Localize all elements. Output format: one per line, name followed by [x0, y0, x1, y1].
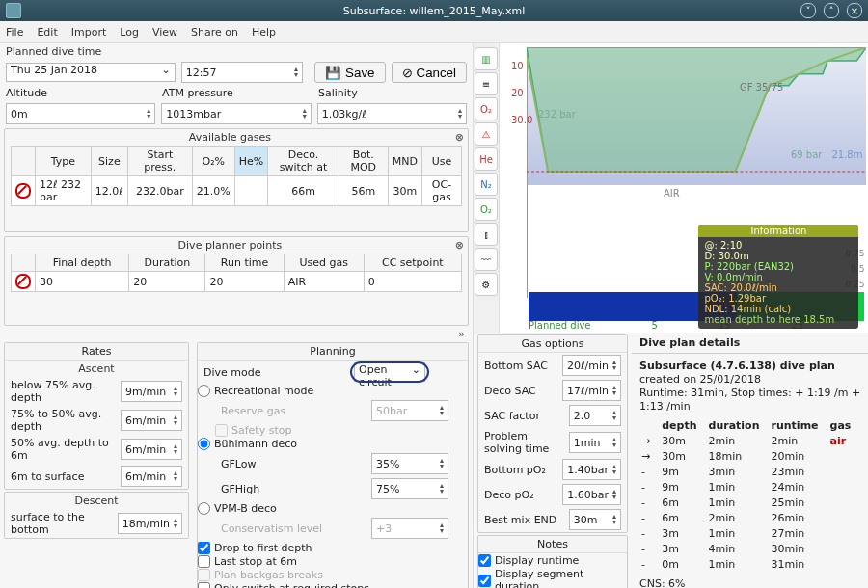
gf-label: GF 35/75 — [740, 82, 784, 93]
table-row[interactable]: 302020AIR0 — [12, 272, 462, 292]
deco-sac-input[interactable]: 17ℓ/min▴▾ — [562, 380, 621, 401]
delete-row-icon[interactable] — [15, 183, 31, 199]
rate-input[interactable]: 6m/min▴▾ — [121, 410, 182, 431]
date-picker[interactable]: Thu 25 Jan 2018⌄ — [6, 63, 176, 82]
close-icon[interactable]: ⊗ — [455, 131, 464, 144]
toggle-icon[interactable]: ▥ — [475, 47, 498, 70]
dive-plan-details: Subsurface (4.7.6.138) dive plan created… — [632, 353, 868, 588]
o2-icon[interactable]: O₂ — [475, 198, 498, 221]
reserve-gas-input: 50bar▴▾ — [371, 400, 448, 421]
problem-time-input[interactable]: 1min▴▾ — [569, 432, 621, 453]
dive-mode-label: Dive mode — [203, 366, 348, 379]
table-row: →30m18min20min — [641, 450, 860, 464]
display-segment-check[interactable]: Display segment duration — [478, 568, 627, 588]
last-stop-6m-check[interactable]: Last stop at 6m — [198, 555, 468, 568]
gear-icon[interactable]: ⚙ — [475, 273, 498, 296]
bottom-po2-input[interactable]: 1.40bar▴▾ — [562, 459, 621, 480]
ascent-subheader: Ascent — [5, 361, 188, 377]
atm-input[interactable]: 1013mbar▴▾ — [161, 103, 311, 124]
graph-icon[interactable]: 〰 — [475, 248, 498, 271]
available-gases-title: Available gases — [189, 131, 271, 144]
menu-file[interactable]: File — [6, 26, 23, 39]
table-row: -9m3min23min — [641, 466, 860, 479]
recreational-radio[interactable]: Recreational mode — [198, 385, 468, 397]
table-row: -3m1min27min — [641, 527, 860, 541]
dpp-table[interactable]: Final depthDurationRun timeUsed gasCC se… — [11, 254, 462, 292]
profile-toolbar: ▥ ≡ O₂ ⚠ He N₂ O₂ ⫿ 〰 ⚙ — [474, 43, 500, 333]
backgas-breaks-check: Plan backgas breaks — [198, 569, 468, 581]
info-tooltip: Information @: 2:10 D: 30.0m P: 220bar (… — [698, 225, 858, 329]
rates-header: Rates — [5, 343, 188, 361]
menu-edit[interactable]: Edit — [37, 26, 57, 39]
bottom-sac-input[interactable]: 20ℓ/min▴▾ — [562, 355, 621, 376]
rate-input[interactable]: 6m/min▴▾ — [121, 439, 182, 460]
menu-bar: File Edit Import Log View Share on Help — [0, 21, 868, 43]
dive-mode-select[interactable]: Open circuit⌄ — [354, 362, 425, 382]
best-mix-input[interactable]: 30m▴▾ — [569, 509, 621, 530]
rate-input[interactable]: 6m/min▴▾ — [121, 466, 182, 487]
depth-axis: 102030.0 — [511, 53, 532, 134]
gflow-input[interactable]: 35%▴▾ — [371, 453, 448, 474]
dive-profile-chart[interactable]: GF 35/75 232 bar AIR 69 bar 21.8m 102030… — [500, 43, 868, 333]
pressure-end-label: 69 bar — [791, 149, 823, 160]
menu-log[interactable]: Log — [120, 26, 139, 39]
table-row: -6m1min25min — [641, 496, 860, 510]
menu-import[interactable]: Import — [71, 26, 107, 39]
window-titlebar: Subsurface: willem_2015_May.xml ˅ ˄ × — [0, 0, 868, 21]
window-maximize-icon[interactable]: ˄ — [824, 3, 839, 18]
depth-end-label: 21.8m — [831, 149, 862, 160]
dive-planner-points-panel: Dive planner points⊗ Final depthDuration… — [4, 236, 469, 326]
table-row: -3m4min30min — [641, 543, 860, 556]
rate-label: below 75% avg. depth — [11, 379, 115, 404]
chevron-down-icon: ⌄ — [412, 363, 420, 381]
chevron-down-icon: ⌄ — [162, 64, 171, 81]
dpp-title: Dive planner points — [178, 239, 283, 252]
deco-po2-input[interactable]: 1.60bar▴▾ — [562, 484, 621, 505]
pressure-start-label: 232 bar — [538, 109, 576, 120]
gas-options-header: Gas options — [478, 335, 627, 353]
menu-help[interactable]: Help — [252, 26, 276, 39]
vpm-radio[interactable]: VPM-B deco — [198, 502, 468, 515]
gfhigh-input[interactable]: 75%▴▾ — [371, 478, 448, 499]
time-input[interactable]: 12:57▴▾ — [181, 62, 303, 83]
rate-input[interactable]: 9m/min▴▾ — [121, 381, 182, 402]
table-row: -0m1min31min — [641, 558, 860, 572]
table-row: -9m1min24min — [641, 481, 860, 494]
close-icon[interactable]: ⊗ — [455, 239, 464, 252]
gases-table[interactable]: TypeSizeStart press. O₂%He%Deco. switch … — [11, 146, 462, 206]
o2-toggle-icon[interactable]: O₂ — [475, 97, 498, 120]
descent-subheader: Descent — [5, 493, 188, 509]
sac-factor-input[interactable]: 2.0▴▾ — [569, 405, 621, 426]
menu-share[interactable]: Share on — [191, 26, 238, 39]
menu-view[interactable]: View — [152, 26, 177, 39]
safety-stop-check: Safety stop — [198, 424, 468, 437]
warning-icon[interactable]: ⚠ — [475, 122, 498, 146]
salinity-input[interactable]: 1.03kg/ℓ▴▾ — [317, 103, 467, 124]
display-runtime-check[interactable]: Display runtime — [478, 554, 627, 567]
window-minimize-icon[interactable]: ˅ — [800, 3, 816, 18]
he-toggle-icon[interactable]: He — [475, 147, 498, 171]
table-row[interactable]: 12ℓ 232 bar12.0ℓ232.0bar 21.0%66m 56m30m… — [12, 176, 462, 206]
notes-header: Notes — [478, 536, 627, 553]
planning-header: Planning — [198, 343, 468, 361]
planned-dive-time-label: Planned dive time — [6, 45, 467, 58]
only-switch-check[interactable]: Only switch at required stops — [198, 582, 468, 588]
delete-row-icon[interactable] — [15, 274, 31, 289]
plan-steps-table: depthdurationruntimegas →30m2min2minair→… — [639, 417, 862, 574]
chevron-double-down-icon[interactable]: » — [0, 328, 473, 340]
profile-plot — [527, 47, 866, 186]
window-close-icon[interactable]: × — [847, 3, 862, 18]
save-button[interactable]: 💾 Save — [314, 62, 385, 83]
toggle-icon[interactable]: ≡ — [475, 72, 498, 95]
bars-icon[interactable]: ⫿ — [475, 223, 498, 246]
rate-label: 50% avg. depth to 6m — [11, 437, 115, 462]
rate-label: 75% to 50% avg. depth — [11, 408, 115, 433]
cancel-button[interactable]: ⊘ Cancel — [392, 62, 468, 83]
altitude-input[interactable]: 0m▴▾ — [6, 103, 155, 124]
buhlmann-radio[interactable]: Bühlmann deco — [198, 438, 468, 450]
rate-label: surface to the bottom — [11, 511, 112, 536]
n2-toggle-icon[interactable]: N₂ — [475, 173, 498, 196]
drop-first-depth-check[interactable]: Drop to first depth — [198, 542, 468, 554]
dive-plan-details-header: Dive plan details — [632, 333, 868, 353]
rate-input[interactable]: 18m/min▴▾ — [118, 513, 182, 534]
